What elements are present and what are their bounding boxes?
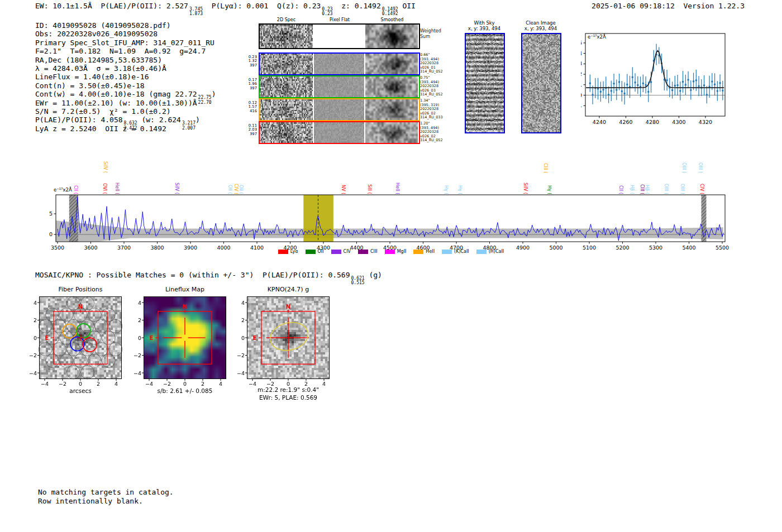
fiber-positions-title: Fiber Positions — [35, 286, 126, 293]
data-point — [671, 89, 673, 91]
y-tick-label: −4 — [231, 370, 245, 376]
spec2d-smoothed-image — [365, 76, 418, 97]
spec2d-pixelflat-image — [314, 99, 364, 120]
legend-label: (K)CaII — [454, 249, 469, 254]
fiber-circle — [60, 354, 73, 367]
legend-swatch — [442, 250, 452, 254]
lineflux-xlabel: s/b: 2.61 +/- 0.085 — [139, 387, 231, 394]
spec2d-smoothed-image — [365, 122, 418, 143]
spec2d-row-right-label: 1.20"(393, 494)20220328v026_02314_RU_052 — [420, 122, 446, 143]
y-tick-label: 2 — [581, 71, 582, 77]
x-tick-label: 2 — [196, 381, 209, 387]
fiber-circle — [88, 354, 101, 367]
main-ylabel: e⁻¹⁷x2Å — [54, 186, 72, 193]
data-point — [722, 90, 723, 92]
legend-item: MgII — [385, 249, 407, 254]
data-point — [608, 94, 609, 95]
y-tick-label: 0 — [128, 335, 141, 341]
info-line: ID: 4019095028 (4019095028.pdf) — [35, 21, 216, 30]
y-tick-label: 1 — [581, 82, 582, 88]
legend-label: HeII — [426, 249, 435, 254]
fiber-xlabel: arcsecs — [35, 387, 126, 394]
info-line: λ = 4284.03Å σ = 3.18(±0.46)Å — [35, 64, 216, 73]
y-tick-label: 4 — [128, 300, 141, 306]
header-summary-line: EW: 10.1±1.5Å P(LAE)/P(OII): 2.5273.7451… — [35, 2, 416, 17]
legend-label: (H)CaII — [489, 249, 504, 254]
data-point — [688, 79, 689, 80]
data-point — [635, 82, 636, 83]
x-tick-label: 4260 — [619, 119, 632, 125]
x-tick-label: 5300 — [649, 245, 662, 251]
legend-label: CIII — [370, 249, 378, 254]
fiber-circle — [109, 319, 122, 333]
spec2d-row-left-label: 0.231.32397 — [239, 55, 257, 68]
spec2d-2d-image — [260, 122, 313, 143]
spec2d-smoothed-image — [365, 54, 418, 74]
line-fit-inset-chart: 42404260428043004320−1012345e⁻¹⁷x2Å — [581, 28, 751, 127]
data-point — [719, 82, 721, 84]
spec2d-2d-image — [260, 76, 313, 97]
data-point — [600, 91, 602, 93]
legend-label: MgII — [397, 249, 407, 254]
y-tick-label: 0 — [231, 335, 245, 341]
fiber-circle — [39, 343, 52, 356]
data-point — [650, 82, 652, 83]
data-point — [685, 84, 686, 85]
data-point — [611, 90, 612, 92]
legend-item: OII — [306, 249, 324, 254]
data-point — [621, 90, 623, 92]
spectrum-legend: LyαOIICIVCIIIMgIIHeII(K)CaII(H)CaII — [156, 249, 626, 254]
data-point — [703, 84, 705, 86]
x-tick-label: 3600 — [84, 245, 97, 251]
footer-note-1: No matching targets in catalog. — [38, 488, 174, 496]
y-tick-label: 0 — [49, 231, 53, 237]
info-line: Cont(w) = 4.00(±0.10)e-18 (gmag 22.7222.… — [35, 90, 216, 98]
legend-swatch — [385, 250, 395, 254]
spec2d-row — [259, 75, 420, 98]
data-point — [698, 85, 700, 87]
spec2d-row-left-label: 0.112.03397 — [239, 124, 257, 136]
spec2d-pixelflat-image — [314, 76, 364, 97]
with-sky-image — [465, 33, 505, 133]
data-point — [589, 83, 591, 84]
x-tick-label: 2 — [92, 381, 105, 387]
info-line: Cont(n) = 3.50(±0.45)e-18 — [35, 82, 216, 90]
header-timestamp-version: 2025-01-06 09:18:12 Version 1.22.3 — [581, 2, 745, 10]
data-point — [637, 84, 638, 86]
y-tick-label: 2 — [128, 317, 141, 323]
info-line: Primary Spec_Slot_IFU_AMP: 314_027_011_R… — [35, 39, 216, 47]
legend-swatch — [476, 250, 487, 254]
emission-line-label: OIII ( — [681, 162, 686, 173]
x-tick-label: 4 — [109, 381, 123, 387]
stacked-fraction: 3.7451.873 — [189, 7, 203, 17]
x-tick-label: 4240 — [593, 119, 606, 125]
x-tick-label: 4 — [214, 381, 227, 387]
data-point — [693, 80, 694, 82]
fiber-circle — [53, 319, 66, 333]
fiber-circle — [109, 343, 122, 356]
x-tick-label: 4320 — [699, 119, 712, 125]
data-point — [682, 81, 684, 83]
kpno-title: KPNO(24.7) g — [242, 286, 334, 293]
x-tick-label: 0 — [178, 381, 192, 387]
compass-north-label: N — [183, 304, 187, 310]
data-point — [714, 84, 716, 85]
x-tick-label: −4 — [142, 381, 156, 387]
legend-item: CIV — [331, 249, 351, 254]
emission-line-label: SiIV ( — [103, 161, 107, 173]
data-point — [679, 90, 681, 92]
stacked-fraction: 0.6210.515 — [351, 276, 365, 286]
data-point — [717, 90, 718, 92]
y-tick-label: 4 — [231, 300, 245, 306]
spec2d-pixelflat-blank — [314, 25, 364, 48]
compass-north-label: N — [286, 304, 290, 310]
spec2d-smoothed-image — [365, 25, 418, 48]
spec2d-2d-image — [260, 54, 313, 74]
fiber-circle — [60, 308, 73, 322]
fiber-circle — [39, 319, 52, 333]
y-tick-label: 4 — [23, 300, 37, 306]
fiber-circle — [74, 354, 87, 367]
kpno-xlabel-1: m:22.2 re:1.9" s:0.4" — [242, 386, 334, 393]
fiber-circle — [81, 366, 94, 379]
info-line: RA,Dec (180.124985,53.633785) — [35, 56, 216, 64]
